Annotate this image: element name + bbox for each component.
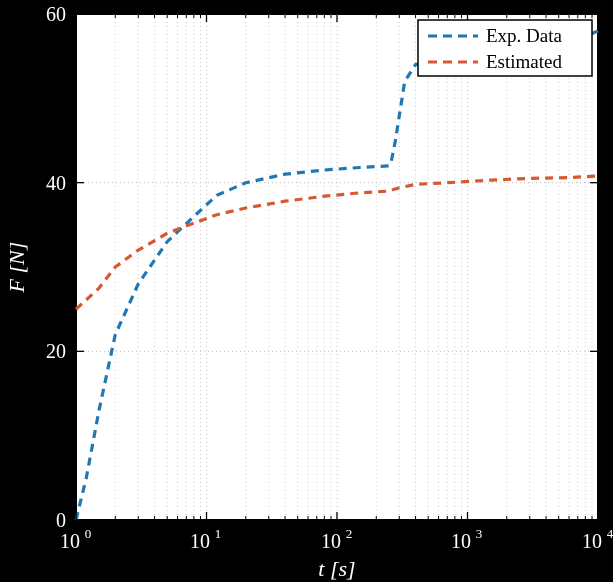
y-tick-label: 20 bbox=[46, 340, 66, 362]
line-chart: 0 20 40 60 10 0 10 1 10 2 10 3 10 4 t [s… bbox=[0, 0, 613, 582]
legend: Exp. Data Estimated bbox=[418, 20, 592, 76]
y-tick-label: 60 bbox=[46, 3, 66, 25]
svg-text:10: 10 bbox=[321, 530, 341, 552]
svg-text:4: 4 bbox=[607, 526, 613, 541]
x-tick-label: 10 2 bbox=[321, 526, 352, 552]
svg-text:2: 2 bbox=[346, 526, 353, 541]
svg-text:10: 10 bbox=[60, 530, 80, 552]
y-axis-label: F [N] bbox=[4, 242, 29, 294]
y-tick-label: 40 bbox=[46, 172, 66, 194]
x-tick-label: 10 3 bbox=[451, 526, 482, 552]
x-tick-label: 10 0 bbox=[60, 526, 91, 552]
y-tick-label: 0 bbox=[56, 509, 66, 531]
svg-text:0: 0 bbox=[85, 526, 92, 541]
svg-text:10: 10 bbox=[582, 530, 602, 552]
y-tick-labels: 0 20 40 60 bbox=[46, 3, 66, 531]
x-tick-label: 10 4 bbox=[582, 526, 613, 552]
legend-item-label: Estimated bbox=[486, 51, 562, 72]
x-axis-label: t [s] bbox=[318, 556, 355, 581]
legend-item-label: Exp. Data bbox=[486, 25, 563, 46]
svg-text:1: 1 bbox=[215, 526, 222, 541]
x-tick-labels: 10 0 10 1 10 2 10 3 10 4 bbox=[60, 526, 613, 552]
svg-text:10: 10 bbox=[451, 530, 471, 552]
x-tick-label: 10 1 bbox=[190, 526, 221, 552]
svg-text:10: 10 bbox=[190, 530, 210, 552]
svg-text:3: 3 bbox=[476, 526, 483, 541]
